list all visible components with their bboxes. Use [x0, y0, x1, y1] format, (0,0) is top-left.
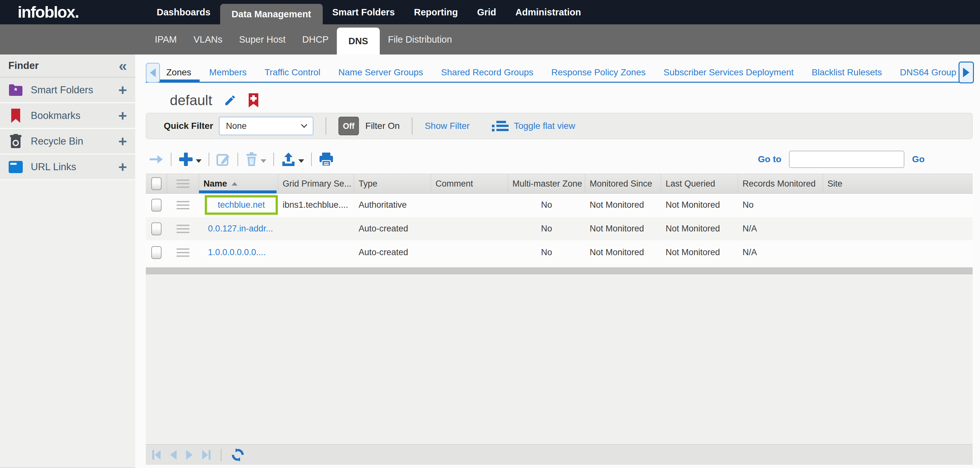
finder-sidebar: Finder « * Smart Folders + Bookmarks +	[0, 54, 135, 468]
column-header-site[interactable]: Site	[823, 174, 973, 193]
subnav-item-file-distribution[interactable]: File Distribution	[380, 24, 461, 54]
tab-zones[interactable]: Zones	[166, 67, 191, 78]
add-bookmark-button[interactable]: +	[118, 109, 127, 122]
tab-traffic-control[interactable]: Traffic Control	[265, 67, 320, 78]
column-header-grid-primary[interactable]: Grid Primary Se...	[278, 174, 354, 193]
row-checkbox[interactable]	[151, 246, 162, 259]
divider	[311, 153, 312, 166]
column-header-multimaster[interactable]: Multi-master Zone	[508, 174, 585, 193]
sidebar-item-label: Recycle Bin	[31, 135, 111, 147]
sidebar-item-url-links[interactable]: URL Links +	[0, 154, 135, 180]
column-header-monitored-since[interactable]: Monitored Since	[585, 174, 661, 193]
column-header-comment[interactable]: Comment	[431, 174, 508, 193]
cell-monitored-since: Not Monitored	[585, 217, 661, 240]
goto-input[interactable]	[789, 151, 904, 168]
column-header-type[interactable]: Type	[354, 174, 431, 193]
select-all-checkbox-cell	[146, 174, 167, 193]
cell-records-monitored: N/A	[738, 241, 823, 264]
nav-item-smart-folders[interactable]: Smart Folders	[323, 0, 404, 24]
nav-item-data-management[interactable]: Data Management	[220, 4, 323, 24]
cell-type: Auto-created	[354, 241, 431, 264]
filter-on-toggle[interactable]: Off	[339, 117, 359, 135]
open-record-button[interactable]	[148, 153, 164, 166]
column-header-last-queried[interactable]: Last Queried	[661, 174, 738, 193]
add-url-link-button[interactable]: +	[118, 161, 127, 174]
row-checkbox[interactable]	[151, 223, 162, 235]
nav-item-administration[interactable]: Administration	[506, 0, 591, 24]
subnav-item-super-host[interactable]: Super Host	[231, 24, 294, 54]
grid-toolbar: Go to Go	[146, 150, 973, 169]
print-button[interactable]	[319, 152, 334, 166]
add-recycle-bin-button[interactable]: +	[118, 135, 127, 148]
zone-link[interactable]: 0.0.127.in-addr...	[208, 224, 273, 234]
tab-response-policy-zones[interactable]: Response Policy Zones	[551, 67, 646, 78]
caret-down-icon	[298, 159, 304, 163]
nav-item-dashboards[interactable]: Dashboards	[147, 0, 220, 24]
show-filter-link[interactable]: Show Filter	[425, 121, 469, 131]
cell-site	[823, 241, 973, 264]
trash-icon	[245, 152, 258, 167]
sidebar-item-recycle-bin[interactable]: Recycle Bin +	[0, 129, 135, 154]
tab-name-server-groups[interactable]: Name Server Groups	[339, 67, 423, 78]
row-checkbox[interactable]	[151, 199, 162, 212]
top-nav: infoblox. Dashboards Data Management Sma…	[0, 0, 980, 24]
zone-link[interactable]: techblue.net	[218, 200, 265, 210]
filter-on-label: Filter On	[365, 121, 399, 131]
subnav-item-ipam[interactable]: IPAM	[146, 24, 185, 54]
tab-blacklist-rulesets[interactable]: Blacklist Rulesets	[812, 67, 882, 78]
subnav-item-dns[interactable]: DNS	[337, 27, 379, 54]
cell-grid-primary	[278, 241, 354, 264]
subnav-item-vlans[interactable]: VLANs	[185, 24, 231, 54]
go-button[interactable]: Go	[912, 154, 924, 164]
table-row: techblue.net ibns1.techblue.... Authorit…	[146, 194, 973, 217]
drag-handle-icon[interactable]	[177, 201, 189, 209]
sidebar-item-bookmarks[interactable]: Bookmarks +	[0, 103, 135, 129]
column-header-name[interactable]: Name	[199, 174, 278, 193]
subnav-item-dhcp[interactable]: DHCP	[294, 24, 337, 54]
cell-type: Auto-created	[354, 217, 431, 240]
quick-filter-select[interactable]: None	[219, 117, 313, 135]
refresh-icon	[231, 448, 245, 462]
active-tab-indicator	[160, 80, 200, 83]
collapse-sidebar-icon[interactable]: «	[119, 59, 127, 72]
toggle-flat-view-button[interactable]: Toggle flat view	[492, 121, 575, 131]
add-smart-folder-button[interactable]: +	[118, 84, 127, 97]
edit-button[interactable]	[216, 152, 231, 166]
pencil-icon	[224, 94, 237, 107]
sidebar-item-label: Bookmarks	[31, 110, 111, 121]
last-page-button[interactable]	[202, 449, 211, 460]
title-row: default	[146, 91, 973, 110]
tab-scroll-right-button[interactable]	[959, 62, 974, 83]
cell-site	[823, 217, 973, 240]
tab-subscriber-services-deployment[interactable]: Subscriber Services Deployment	[663, 67, 794, 78]
tab-shared-record-groups[interactable]: Shared Record Groups	[441, 67, 533, 78]
first-page-button[interactable]	[151, 449, 161, 460]
content: Finder « * Smart Folders + Bookmarks +	[0, 54, 980, 468]
drag-handle-icon[interactable]	[177, 225, 189, 233]
nav-item-grid[interactable]: Grid	[468, 0, 506, 24]
cell-multimaster: No	[508, 194, 585, 216]
next-page-button[interactable]	[186, 449, 193, 460]
add-button[interactable]	[178, 152, 202, 167]
sidebar-item-smart-folders[interactable]: * Smart Folders +	[0, 78, 135, 103]
tab-members[interactable]: Members	[209, 67, 247, 78]
edit-title-button[interactable]	[224, 94, 237, 107]
drag-handle-icon[interactable]	[177, 248, 189, 257]
zone-link[interactable]: 1.0.0.0.0.0.0....	[208, 247, 266, 257]
cell-records-monitored: N/A	[738, 217, 823, 240]
column-header-records-monitored[interactable]: Records Monitored	[738, 174, 823, 193]
previous-page-button[interactable]	[170, 449, 177, 460]
add-bookmark-page-button[interactable]	[248, 93, 259, 107]
nav-item-reporting[interactable]: Reporting	[404, 0, 468, 24]
quick-filter-label: Quick Filter	[164, 121, 213, 131]
bookmark-icon	[8, 108, 23, 123]
export-button[interactable]	[281, 152, 304, 167]
refresh-button[interactable]	[231, 448, 245, 462]
divider	[221, 449, 221, 461]
select-all-checkbox[interactable]	[151, 177, 162, 190]
delete-button[interactable]	[245, 152, 266, 167]
tab-scroll-left-button[interactable]	[146, 63, 160, 83]
tab-dns64-groups[interactable]: DNS64 Group	[900, 67, 956, 78]
cell-last-queried: Not Monitored	[661, 194, 738, 216]
cell-type: Authoritative	[354, 194, 431, 216]
